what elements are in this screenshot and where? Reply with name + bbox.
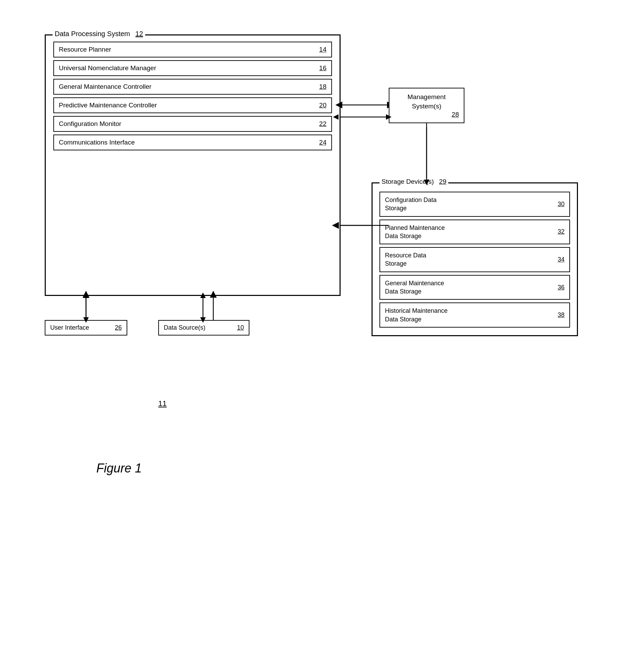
storage-resource-data: Resource DataStorage 34 bbox=[379, 247, 570, 272]
storage-config-data: Configuration DataStorage 30 bbox=[379, 192, 570, 217]
component-label: Communications Interface bbox=[59, 139, 135, 146]
storage-device-title: Storage Device(s) 29 bbox=[379, 178, 448, 185]
dps-title-text: Data Processing System bbox=[55, 30, 130, 38]
component-label: Configuration Monitor bbox=[59, 120, 121, 128]
component-number: 18 bbox=[319, 83, 326, 90]
component-number: 16 bbox=[319, 64, 326, 72]
storage-item-number: 36 bbox=[558, 284, 565, 291]
system-label: 11 bbox=[158, 399, 167, 408]
storage-item-number: 30 bbox=[558, 201, 565, 208]
storage-planned-maintenance: Planned MaintenanceData Storage 32 bbox=[379, 220, 570, 245]
ds-number: 10 bbox=[237, 324, 244, 331]
diagram-container: Data Processing System 12 Resource Plann… bbox=[28, 21, 612, 657]
component-label: Universal Nomenclature Manager bbox=[59, 64, 156, 72]
storage-item-label: General MaintenanceData Storage bbox=[385, 279, 444, 296]
storage-historical-maintenance: Historical MaintenanceData Storage 38 bbox=[379, 302, 570, 328]
storage-item-label: Planned MaintenanceData Storage bbox=[385, 224, 445, 241]
storage-item-number: 38 bbox=[558, 311, 565, 319]
storage-item-number: 32 bbox=[558, 228, 565, 235]
mgmt-label: ManagementSystem(s) bbox=[394, 93, 459, 111]
component-label: Resource Planner bbox=[59, 46, 111, 53]
component-number: 14 bbox=[319, 46, 326, 53]
component-general-maintenance: General Maintenance Controller 18 bbox=[53, 79, 332, 95]
ui-number: 26 bbox=[115, 324, 122, 331]
storage-general-maintenance: General MaintenanceData Storage 36 bbox=[379, 275, 570, 300]
component-number: 24 bbox=[319, 139, 326, 146]
storage-item-label: Historical MaintenanceData Storage bbox=[385, 307, 448, 323]
component-communications: Communications Interface 24 bbox=[53, 135, 332, 150]
component-predictive-maintenance: Predictive Maintenance Controller 20 bbox=[53, 97, 332, 113]
mgmt-number: 28 bbox=[452, 111, 459, 118]
storage-item-label: Configuration DataStorage bbox=[385, 196, 437, 213]
ds-label: Data Source(s) bbox=[164, 324, 205, 331]
component-universal-nomenclature: Universal Nomenclature Manager 16 bbox=[53, 60, 332, 76]
storage-device-box: Storage Device(s) 29 Configuration DataS… bbox=[372, 182, 578, 336]
storage-item-label: Resource DataStorage bbox=[385, 251, 426, 268]
component-resource-planner: Resource Planner 14 bbox=[53, 42, 332, 57]
ui-label: User Interface bbox=[50, 324, 89, 331]
storage-item-number: 34 bbox=[558, 256, 565, 263]
user-interface-box: User Interface 26 bbox=[45, 320, 127, 336]
data-source-box: Data Source(s) 10 bbox=[158, 320, 249, 336]
component-number: 22 bbox=[319, 120, 326, 128]
storage-title-number: 29 bbox=[439, 178, 446, 185]
dps-number: 12 bbox=[136, 30, 143, 38]
storage-title-text: Storage Device(s) bbox=[382, 178, 434, 185]
component-number: 20 bbox=[319, 102, 326, 109]
dps-title: Data Processing System 12 bbox=[53, 30, 145, 38]
component-configuration-monitor: Configuration Monitor 22 bbox=[53, 116, 332, 132]
component-label: Predictive Maintenance Controller bbox=[59, 102, 157, 109]
dps-box: Data Processing System 12 Resource Plann… bbox=[45, 34, 341, 296]
management-system-box: ManagementSystem(s) 28 bbox=[389, 88, 464, 123]
figure-label: Figure 1 bbox=[96, 461, 142, 476]
component-label: General Maintenance Controller bbox=[59, 83, 151, 90]
